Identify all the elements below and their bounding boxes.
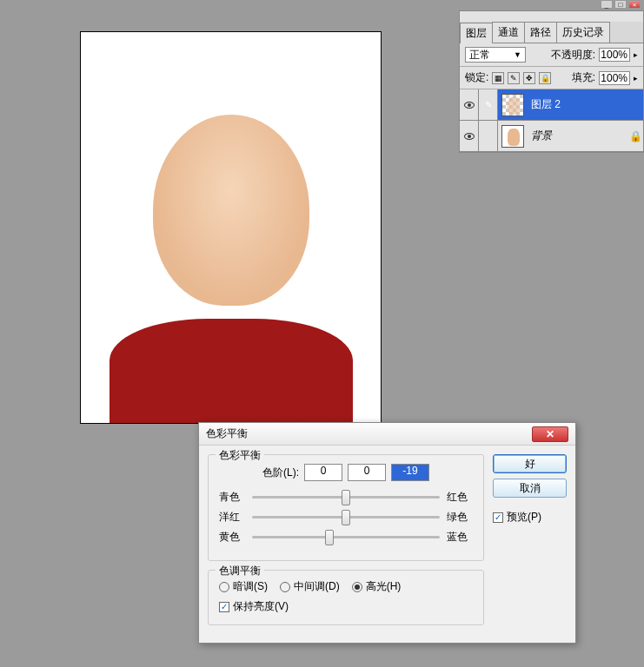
group-legend: 色彩平衡 xyxy=(216,448,264,463)
dialog-titlebar[interactable]: 色彩平衡 ✕ xyxy=(199,423,575,446)
slider-thumb[interactable] xyxy=(342,490,350,505)
layer-row[interactable]: 背景 🔒 xyxy=(460,121,643,152)
visibility-toggle[interactable] xyxy=(460,121,479,151)
radio-icon xyxy=(352,582,362,592)
lock-pixels-icon[interactable]: ✎ xyxy=(508,72,520,84)
lock-transparency-icon[interactable]: ▦ xyxy=(492,72,504,84)
document-canvas[interactable] xyxy=(80,31,382,424)
preserve-luminosity-checkbox[interactable]: ✓ 保持亮度(V) xyxy=(219,599,473,614)
slider-yellow-blue: 黄色 蓝色 xyxy=(219,530,473,545)
panel-tabs: 图层 通道 路径 历史记录 xyxy=(460,22,643,43)
slider-magenta-green: 洋红 绿色 xyxy=(219,510,473,525)
layer-thumbnail[interactable] xyxy=(501,94,524,116)
fill-flyout-icon[interactable]: ▸ xyxy=(634,74,638,83)
tone-radio-row: 暗调(S) 中间调(D) 高光(H) xyxy=(219,579,473,594)
eye-icon xyxy=(464,133,475,140)
layer-name[interactable]: 背景 xyxy=(528,129,627,143)
radio-shadows[interactable]: 暗调(S) xyxy=(219,579,268,594)
slider-cyan-red: 青色 红色 xyxy=(219,490,473,505)
maximize-button[interactable]: □ xyxy=(614,0,627,9)
dialog-close-button[interactable]: ✕ xyxy=(532,426,568,442)
blend-opacity-row: 正常 ▼ 不透明度: 100% ▸ xyxy=(460,43,643,67)
link-indicator[interactable] xyxy=(479,121,498,151)
slider-left-label: 洋红 xyxy=(219,510,245,525)
levels-row: 色阶(L): 0 0 -19 xyxy=(219,464,473,481)
ok-button[interactable]: 好 xyxy=(493,454,567,473)
tab-channels[interactable]: 通道 xyxy=(492,22,525,43)
opacity-flyout-icon[interactable]: ▸ xyxy=(634,50,638,59)
lock-all-icon[interactable]: 🔒 xyxy=(539,72,551,84)
level-input-2[interactable]: -19 xyxy=(391,464,429,481)
visibility-toggle[interactable] xyxy=(460,89,479,120)
checkbox-icon: ✓ xyxy=(219,602,229,612)
portrait-image xyxy=(81,32,381,423)
fill-input[interactable]: 100% xyxy=(599,71,630,85)
checkbox-icon: ✓ xyxy=(493,512,503,523)
slider-track[interactable] xyxy=(252,516,440,518)
opacity-label: 不透明度: xyxy=(551,48,595,63)
blend-mode-value: 正常 xyxy=(469,48,490,63)
slider-right-label: 绿色 xyxy=(447,510,473,525)
layer-thumbnail[interactable] xyxy=(501,125,524,148)
tone-balance-group: 色调平衡 暗调(S) 中间调(D) 高光(H) ✓ 保持亮度(V) xyxy=(208,570,484,625)
slider-track[interactable] xyxy=(252,496,440,499)
panel-window-controls: _ □ × xyxy=(459,0,644,10)
level-input-0[interactable]: 0 xyxy=(304,464,342,481)
slider-left-label: 青色 xyxy=(219,490,245,505)
slider-track[interactable] xyxy=(252,536,440,538)
lock-icon: 🔒 xyxy=(627,130,643,142)
minimize-button[interactable]: _ xyxy=(601,0,613,9)
slider-thumb[interactable] xyxy=(325,530,334,545)
radio-icon xyxy=(280,582,290,592)
radio-midtones[interactable]: 中间调(D) xyxy=(280,579,340,594)
layer-row[interactable]: ✎ 图层 2 xyxy=(460,89,643,121)
preview-checkbox[interactable]: ✓ 预览(P) xyxy=(493,510,567,525)
opacity-input[interactable]: 100% xyxy=(599,48,630,62)
chevron-down-icon: ▼ xyxy=(514,50,521,59)
slider-right-label: 蓝色 xyxy=(447,530,473,545)
slider-thumb[interactable] xyxy=(342,510,350,525)
radio-icon xyxy=(219,582,229,592)
close-button[interactable]: × xyxy=(628,0,641,9)
slider-right-label: 红色 xyxy=(447,490,473,505)
dialog-title: 色彩平衡 xyxy=(206,426,532,441)
edit-indicator[interactable]: ✎ xyxy=(479,89,498,120)
group-legend: 色调平衡 xyxy=(216,564,264,578)
eye-icon xyxy=(464,102,475,109)
tab-paths[interactable]: 路径 xyxy=(524,22,557,43)
fill-label: 填充: xyxy=(572,70,595,85)
slider-left-label: 黄色 xyxy=(219,530,245,545)
brush-icon: ✎ xyxy=(485,100,492,109)
blend-mode-select[interactable]: 正常 ▼ xyxy=(465,47,526,63)
levels-label: 色阶(L): xyxy=(262,466,299,480)
level-input-1[interactable]: 0 xyxy=(348,464,386,481)
layer-name[interactable]: 图层 2 xyxy=(528,97,643,112)
lock-label: 锁定: xyxy=(465,70,488,85)
cancel-button[interactable]: 取消 xyxy=(493,479,567,498)
layers-panel: 图层 通道 路径 历史记录 正常 ▼ 不透明度: 100% ▸ 锁定: ▦ ✎ … xyxy=(459,10,644,153)
lock-position-icon[interactable]: ✥ xyxy=(523,72,535,84)
radio-highlights[interactable]: 高光(H) xyxy=(352,579,402,594)
color-balance-group: 色彩平衡 色阶(L): 0 0 -19 青色 红色 洋红 绿色 xyxy=(208,454,484,561)
lock-fill-row: 锁定: ▦ ✎ ✥ 🔒 填充: 100% ▸ xyxy=(460,67,643,89)
layer-list: ✎ 图层 2 背景 🔒 xyxy=(460,89,643,152)
color-balance-dialog: 色彩平衡 ✕ 色彩平衡 色阶(L): 0 0 -19 青色 红色 洋红 xyxy=(198,422,576,644)
tab-layers[interactable]: 图层 xyxy=(460,23,493,43)
tab-history[interactable]: 历史记录 xyxy=(556,22,610,43)
